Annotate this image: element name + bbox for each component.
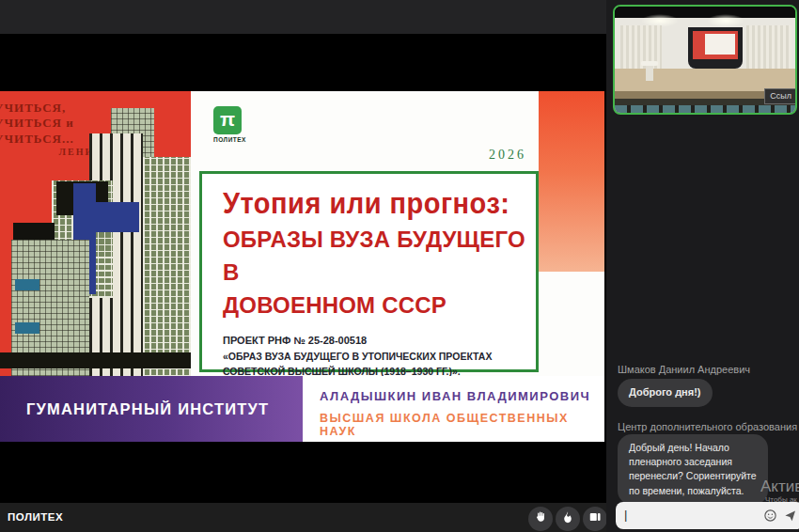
ceiling-light bbox=[707, 14, 744, 27]
reactions-button[interactable] bbox=[556, 507, 580, 531]
slide-footer: ГУМАНИТАРНЫЙ ИНСТИТУТ АЛАДЫШКИН ИВАН ВЛА… bbox=[0, 376, 604, 442]
curtain bbox=[746, 25, 791, 70]
building-balcony bbox=[15, 279, 39, 290]
text-cursor: | bbox=[624, 508, 627, 522]
video-letterbox bbox=[615, 7, 795, 18]
link-tooltip: Ссыл bbox=[764, 88, 797, 104]
politech-logo-label: ПОЛИТЕХ bbox=[213, 136, 270, 143]
slide-title-line1: Утопия или прогноз: bbox=[223, 187, 536, 221]
building-blue-beam bbox=[90, 202, 139, 232]
project-number: ПРОЕКТ РНФ № 25-28-00518 bbox=[223, 335, 536, 346]
presentation-slide: УЧИТЬСЯ, УЧИТЬСЯ и УЧИТЬСЯ... ЛЕНИН bbox=[0, 91, 604, 442]
slide-title-line2: ОБРАЗЫ ВУЗА БУДУЩЕГО В bbox=[223, 224, 536, 289]
podium-leg bbox=[646, 66, 653, 81]
chat-sender-name: Центр дополнительного образования bbox=[618, 421, 797, 432]
poster-line: УЧИТЬСЯ, bbox=[0, 101, 107, 116]
chat-sender-name: Шмаков Даниил Андреевич bbox=[618, 364, 750, 375]
meeting-window: УЧИТЬСЯ, УЧИТЬСЯ и УЧИТЬСЯ... ЛЕНИН bbox=[0, 0, 799, 532]
speaker-video-tile[interactable]: Ссыл bbox=[613, 5, 797, 115]
layout-button[interactable] bbox=[583, 507, 607, 531]
layout-icon bbox=[588, 510, 602, 527]
building-balcony bbox=[15, 322, 39, 334]
raise-hand-button[interactable] bbox=[528, 507, 553, 531]
slide-title-line2-3: ОБРАЗЫ ВУЗА БУДУЩЕГО В ДОВОЕННОМ СССР bbox=[223, 224, 536, 321]
stage-top-bar bbox=[0, 0, 606, 34]
chat-input[interactable]: | bbox=[616, 502, 799, 529]
hand-icon bbox=[534, 510, 547, 527]
politech-logo-icon: π bbox=[213, 106, 242, 134]
school-name: ВЫСШАЯ ШКОЛА ОБЩЕСТВЕННЫХ НАУК bbox=[320, 412, 604, 438]
building-base bbox=[0, 352, 191, 368]
emoji-button[interactable] bbox=[763, 509, 777, 523]
mini-slide bbox=[693, 31, 738, 59]
chat-message-bubble: Доброго дня!) bbox=[618, 379, 713, 407]
projection-screen bbox=[688, 27, 743, 69]
slide-year: 2026 bbox=[468, 148, 526, 163]
mini-slide-card bbox=[705, 34, 735, 55]
politech-logo: π ПОЛИТЕХ bbox=[213, 106, 270, 149]
institute-banner: ГУМАНИТАРНЫЙ ИНСТИТУТ bbox=[0, 376, 303, 442]
windows-activation-watermark: Актива bbox=[760, 477, 799, 496]
author-block: АЛАДЫШКИН ИВАН ВЛАДИМИРОВИЧ ВЫСШАЯ ШКОЛА… bbox=[320, 389, 604, 438]
chat-message-bubble: Добрый день! Начало пленарного заседания… bbox=[618, 434, 768, 505]
send-button[interactable] bbox=[783, 509, 798, 523]
building-right-tower bbox=[143, 157, 191, 376]
project-info: ПРОЕКТ РНФ № 25-28-00518 «ОБРАЗ ВУЗА БУД… bbox=[223, 335, 536, 380]
sidebar-panel: Ссыл Шмаков Даниил Андреевич Доброго дня… bbox=[606, 0, 799, 532]
orange-gradient-stripe bbox=[539, 91, 604, 272]
author-name: АЛАДЫШКИН ИВАН ВЛАДИМИРОВИЧ bbox=[320, 389, 604, 403]
title-card: Утопия или прогноз: ОБРАЗЫ ВУЗА БУДУЩЕГО… bbox=[199, 171, 539, 372]
slide-title-line3: ДОВОЕННОМ СССР bbox=[223, 289, 536, 322]
poster-artwork: УЧИТЬСЯ, УЧИТЬСЯ и УЧИТЬСЯ... ЛЕНИН bbox=[0, 91, 191, 376]
app-brand: ПОЛИТЕХ bbox=[8, 511, 63, 523]
fire-icon bbox=[561, 510, 574, 527]
poster-line: УЧИТЬСЯ и bbox=[0, 116, 107, 131]
audience-chairs bbox=[615, 105, 795, 115]
bottom-toolbar: ПОЛИТЕХ bbox=[0, 503, 606, 532]
screen-share-stage: УЧИТЬСЯ, УЧИТЬСЯ и УЧИТЬСЯ... ЛЕНИН bbox=[0, 34, 606, 503]
